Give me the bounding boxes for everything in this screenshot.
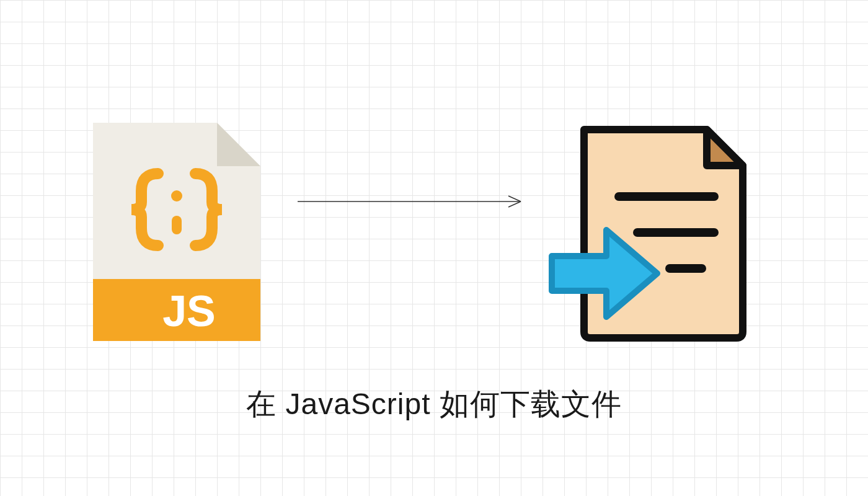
diagram-title: 在 JavaScript 如何下载文件 bbox=[0, 384, 868, 424]
svg-rect-2 bbox=[172, 216, 182, 234]
transition-arrow bbox=[298, 192, 533, 211]
js-file-icon: JS bbox=[93, 123, 260, 341]
svg-text:JS: JS bbox=[162, 287, 216, 335]
diagram-stage: JS 在 JavaScript 如何下载文件 bbox=[0, 0, 868, 496]
download-file-icon bbox=[539, 121, 753, 344]
svg-point-1 bbox=[171, 190, 182, 202]
